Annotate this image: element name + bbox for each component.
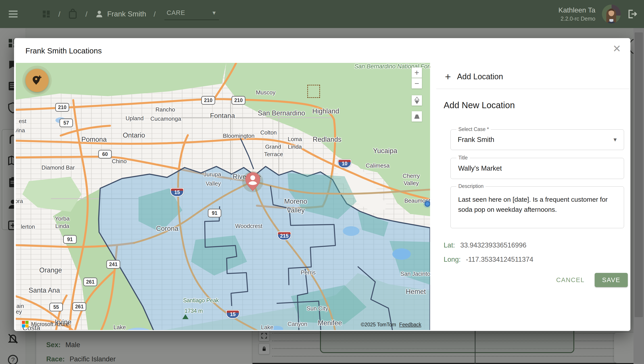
breadcrumb-separator: / — [58, 10, 60, 18]
secondary-location-marker[interactable] — [425, 201, 430, 207]
description-input[interactable] — [458, 194, 611, 225]
person-pin-icon — [236, 166, 269, 199]
lat-value: 33.943239336516996 — [460, 241, 526, 249]
feedback-link[interactable]: Feedback — [399, 322, 421, 328]
route-shield-261: 261 — [72, 302, 86, 311]
avatar[interactable] — [602, 4, 621, 24]
cancel-button[interactable]: CANCEL — [548, 273, 592, 287]
title-label: Title — [456, 155, 470, 161]
long-label: Long: — [444, 256, 461, 264]
hamburger-menu-button[interactable] — [9, 10, 19, 18]
route-shield-210: 210 — [201, 96, 215, 105]
breadcrumb-separator-3: / — [154, 10, 156, 18]
interstate-shield-15: 15 — [226, 310, 240, 319]
route-shield-210: 210 — [55, 103, 69, 112]
person-icon — [95, 10, 104, 18]
screen: ? e Sex: Male Race: Pacific Islander — [0, 0, 644, 364]
route-shield-241: 241 — [106, 260, 120, 269]
location-pin-marker[interactable] — [236, 166, 269, 200]
route-shield-261: 261 — [83, 278, 97, 286]
dashed-selection-rect — [307, 85, 320, 98]
add-location-pin-fab[interactable] — [26, 69, 49, 92]
latitude-row: Lat: 33.943239336516996 — [444, 241, 526, 249]
title-input[interactable] — [458, 164, 598, 172]
route-shield-91: 91 — [208, 209, 221, 218]
interstate-shield-10: 10 — [338, 159, 351, 168]
breadcrumb-case-name: Frank Smith — [107, 10, 146, 18]
dashboard-grid-icon — [42, 10, 51, 18]
interstate-shield-15: 15 — [170, 188, 184, 197]
pitch-icon — [413, 114, 420, 119]
user-name: Kathleen Ta — [558, 6, 595, 14]
map-shields: 2102102105760101591215912412615526115 — [16, 63, 430, 330]
azure-attribution-text: Microsoft Azure — [31, 321, 69, 328]
map-attribution-left: Microsoft Azure — [22, 321, 69, 328]
locations-modal: Frank Smith Locations ✕ — [14, 38, 630, 331]
add-location-accordion[interactable]: + Add Location — [445, 69, 503, 84]
user-info: Kathleen Ta 2.2.0-rc Demo — [558, 6, 595, 22]
save-button[interactable]: SAVE — [595, 273, 628, 287]
app-topbar: / / Frank Smith / CARE ▼ Kathleen Ta 2.2… — [0, 0, 644, 28]
route-shield-210: 210 — [231, 96, 245, 105]
add-pin-icon — [31, 74, 43, 86]
microsoft-logo-icon — [22, 321, 29, 328]
lat-label: Lat: — [444, 241, 455, 249]
description-field[interactable]: Description — [450, 186, 624, 228]
route-shield-91: 91 — [63, 235, 77, 244]
route-shield-60: 60 — [98, 150, 112, 158]
logout-button[interactable] — [627, 10, 637, 18]
longitude-row: Long: -117.35334124511374 — [444, 256, 533, 264]
route-shield-55: 55 — [49, 303, 63, 312]
map-attribution-right: ©2025 TomTom Feedback — [361, 322, 421, 328]
select-case-label: Select Case * — [456, 126, 491, 132]
compass-icon — [414, 97, 420, 104]
avatar-image — [602, 4, 621, 24]
zoom-in-button[interactable]: + — [412, 68, 422, 78]
interstate-shield-215: 215 — [277, 232, 291, 240]
briefcase-icon — [68, 8, 78, 20]
tomtom-copyright: ©2025 TomTom — [361, 322, 396, 328]
close-button[interactable]: ✕ — [611, 42, 623, 55]
panel-divider — [436, 89, 630, 89]
select-case-field[interactable]: Select Case * Frank Smith ▼ — [450, 130, 624, 150]
modal-title: Frank Smith Locations — [26, 46, 102, 55]
breadcrumb-separator-2: / — [85, 10, 87, 18]
hamburger-icon — [9, 10, 19, 18]
route-shield-57: 57 — [59, 118, 73, 127]
map-canvas[interactable]: San Bernardino National ForestMuscoyRanc… — [16, 63, 430, 330]
module-select[interactable]: CARE ▼ — [164, 8, 219, 20]
long-value: -117.35334124511374 — [466, 256, 533, 264]
pitch-button[interactable] — [412, 111, 422, 122]
module-select-caret-icon: ▼ — [211, 10, 217, 16]
breadcrumb-case-files-button[interactable] — [68, 8, 78, 20]
compass-button[interactable] — [412, 95, 422, 106]
page-scrollbar-thumb[interactable] — [634, 32, 643, 317]
select-case-value: Frank Smith — [458, 136, 494, 144]
breadcrumb-case-button[interactable]: Frank Smith — [95, 10, 146, 18]
add-location-label: Add Location — [457, 72, 503, 81]
page-scrollbar[interactable] — [633, 28, 644, 364]
plus-icon: + — [445, 72, 451, 82]
select-caret-icon: ▼ — [612, 137, 618, 143]
form-heading: Add New Location — [444, 100, 515, 110]
breadcrumb-dashboard-button[interactable] — [42, 10, 51, 18]
zoom-out-button[interactable]: − — [412, 78, 422, 88]
module-select-value: CARE — [167, 9, 185, 16]
logout-icon — [627, 10, 637, 18]
app-version: 2.2.0-rc Demo — [561, 16, 595, 22]
title-field[interactable]: Title — [450, 158, 624, 179]
description-label: Description — [456, 183, 486, 189]
